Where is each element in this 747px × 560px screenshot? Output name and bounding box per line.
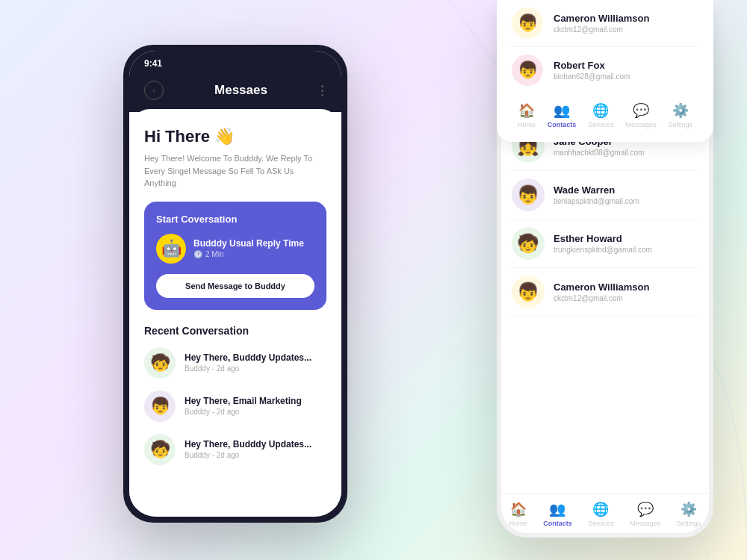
contact-item-4[interactable]: 👦 Cameron Williamson ckctm12@gmail.com (512, 268, 698, 317)
dot-3 (321, 94, 323, 96)
partial-contact-item-1: 👦 Cameron Williamson ckctm12@gmail.com (512, 0, 698, 47)
contact-details-4: Cameron Williamson ckctm12@gmail.com (554, 281, 698, 302)
contact-name-4: Cameron Williamson (554, 281, 698, 293)
bottom-nav: 🏠 Home 👥 Contacts 🌐 Services 💬 Messages … (501, 493, 709, 533)
convo-sub-3: Budddy - 2d ago (185, 451, 311, 459)
settings-icon: ⚙️ (672, 102, 689, 119)
partial-contact-details-1: Cameron Williamson ckctm12@gmail.com (554, 13, 649, 34)
messages-content: Hi There 👋 Hey There! Welcome To Budddy.… (129, 109, 341, 508)
convo-details-3: Hey There, Budddy Updates... Budddy - 2d… (185, 439, 311, 459)
services-icon: 🌐 (592, 102, 609, 119)
partial-contact-email-1: ckctm12@gmail.com (554, 25, 649, 34)
nav-messages[interactable]: 💬 Messages (630, 501, 660, 527)
partial-nav-home-label: Home (518, 121, 536, 128)
buddy-time: 🕐 2 Min (193, 250, 314, 258)
convo-sub-2: Budddy - 2d ago (185, 408, 302, 416)
nav-services-label: Services (588, 520, 614, 527)
reply-time: 2 Min (205, 250, 223, 258)
contact-list: 👧 Jane Cooper manhhachkt08@gmail.com 👦 W… (501, 122, 709, 493)
nav-contacts-label: Contacts (543, 520, 572, 527)
buddy-name: Budddy Usual Reply Time (193, 238, 314, 249)
contact-item-2[interactable]: 👦 Wade Warren tienlapspktnd@gmail.com (512, 171, 698, 220)
contact-details-2: Wade Warren tienlapspktnd@gmail.com (554, 184, 698, 205)
contact-name-3: Esther Howard (554, 233, 698, 244)
nav-settings-label: Settings (677, 520, 701, 527)
start-conversation-card: Start Coversation 🤖 Budddy Usual Reply T… (144, 202, 326, 310)
contact-avatar-2: 👦 (512, 178, 545, 211)
greeting: Hi There 👋 (144, 127, 326, 146)
partial-nav-services[interactable]: 🌐 Services (588, 102, 614, 128)
convo-sub-1: Budddy - 2d ago (185, 364, 311, 373)
partial-contact-card: 👦 Cameron Williamson ckctm12@gmail.com 👦… (497, 0, 713, 142)
messages-header: ‹ Messaes (129, 75, 341, 112)
convo-avatar-2: 👦 (144, 391, 176, 422)
partial-nav-settings-label: Settings (669, 121, 693, 128)
clock-icon: 🕐 (193, 250, 202, 258)
contact-email-4: ckctm12@gmail.com (554, 294, 698, 302)
partial-contact-item-2: 👦 Robert Fox binhan628@gmail.com (512, 47, 698, 93)
nav-services-icon: 🌐 (592, 501, 609, 517)
partial-contact-name-1: Cameron Williamson (554, 13, 649, 24)
contacts-icon: 👥 (554, 102, 570, 119)
back-button[interactable]: ‹ (144, 81, 164, 100)
messages-phone-inner: 9:41 ‹ Messaes Hi There 👋 Hey There! Wel… (129, 51, 341, 517)
convo-message-1: Hey There, Budddy Updates... (185, 352, 311, 363)
partial-nav-settings[interactable]: ⚙️ Settings (669, 102, 693, 128)
conversation-item-3[interactable]: 🧒 Hey There, Budddy Updates... Budddy - … (144, 434, 326, 465)
convo-details-1: Hey There, Budddy Updates... Budddy - 2d… (185, 352, 311, 373)
conversation-item-1[interactable]: 🧒 Hey There, Budddy Updates... Budddy - … (144, 347, 326, 379)
contact-email-1: manhhachkt08@gmail.com (554, 149, 698, 157)
conversation-item-2[interactable]: 👦 Hey There, Email Marketing Budddy - 2d… (144, 391, 326, 422)
contact-name-2: Wade Warren (554, 184, 698, 196)
partial-avatar-2: 👦 (512, 55, 543, 86)
partial-avatar-1: 👦 (512, 7, 543, 39)
messages-title: Messaes (214, 83, 267, 98)
back-icon: ‹ (152, 86, 155, 95)
contact-avatar-4: 👦 (512, 276, 545, 308)
welcome-text: Hey There! Welcome To Budddy. We Reply T… (144, 152, 326, 190)
contact-email-3: trungkienspktnd@gamail.com (554, 246, 698, 254)
buddy-avatar: 🤖 (156, 234, 186, 264)
dot-1 (321, 85, 323, 87)
send-message-button[interactable]: Send Message to Budddy (156, 274, 314, 298)
partial-nav-contacts-label: Contacts (548, 121, 577, 128)
convo-message-3: Hey There, Budddy Updates... (185, 439, 311, 449)
home-icon: 🏠 (518, 102, 535, 119)
status-bar-dark: 9:41 (129, 51, 341, 75)
dot-2 (321, 90, 323, 92)
nav-contacts[interactable]: 👥 Contacts (543, 501, 572, 527)
partial-contact-details-2: Robert Fox binhan628@gmail.com (554, 60, 630, 81)
start-convo-title: Start Coversation (156, 214, 314, 225)
nav-services[interactable]: 🌐 Services (588, 501, 614, 527)
convo-details-2: Hey There, Email Marketing Budddy - 2d a… (185, 396, 302, 416)
partial-nav-services-label: Services (588, 121, 614, 128)
convo-avatar-3: 🧒 (144, 434, 176, 465)
partial-contact-email-2: binhan628@gmail.com (554, 72, 630, 81)
convo-message-2: Hey There, Email Marketing (185, 396, 302, 406)
contact-avatar-3: 🧒 (512, 227, 545, 260)
recent-title: Recent Conversation (144, 325, 326, 337)
status-time-dark: 9:41 (144, 58, 162, 69)
messages-icon: 💬 (633, 102, 649, 119)
nav-messages-icon: 💬 (637, 501, 654, 517)
messages-phone: 9:41 ‹ Messaes Hi There 👋 Hey There! Wel… (123, 45, 347, 523)
partial-bottom-nav: 🏠 Home 👥 Contacts 🌐 Services 💬 Messages … (512, 93, 698, 134)
partial-nav-messages-label: Messages (626, 121, 657, 128)
nav-home-icon: 🏠 (510, 501, 527, 517)
contact-email-2: tienlapspktnd@gmail.com (554, 197, 698, 205)
buddy-info: 🤖 Budddy Usual Reply Time 🕐 2 Min (156, 234, 314, 264)
convo-avatar-1: 🧒 (144, 347, 176, 379)
partial-nav-home[interactable]: 🏠 Home (518, 102, 536, 128)
contact-item-3[interactable]: 🧒 Esther Howard trungkienspktnd@gamail.c… (512, 220, 698, 268)
partial-nav-contacts[interactable]: 👥 Contacts (548, 102, 577, 128)
buddy-details: Budddy Usual Reply Time 🕐 2 Min (193, 238, 314, 258)
nav-contacts-icon: 👥 (549, 501, 565, 517)
partial-nav-messages[interactable]: 💬 Messages (626, 102, 657, 128)
nav-home[interactable]: 🏠 Home (509, 501, 527, 527)
contact-details-3: Esther Howard trungkienspktnd@gamail.com (554, 233, 698, 254)
menu-button[interactable] (318, 82, 326, 99)
nav-home-label: Home (509, 520, 527, 527)
nav-messages-label: Messages (630, 520, 660, 527)
nav-settings-icon: ⚙️ (681, 501, 697, 517)
nav-settings[interactable]: ⚙️ Settings (677, 501, 701, 527)
